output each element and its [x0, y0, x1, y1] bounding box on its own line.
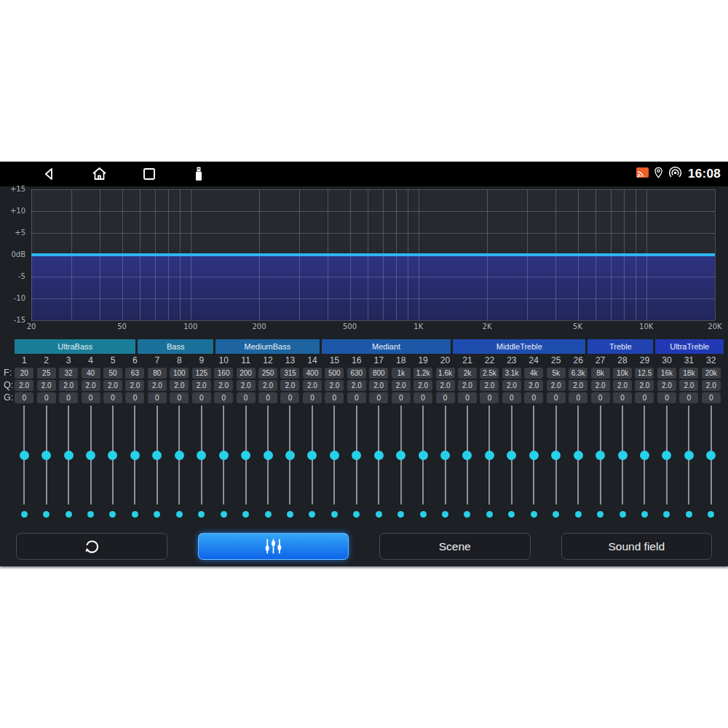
slider-knob[interactable]	[374, 451, 384, 460]
f-value-chip: 2k	[458, 368, 477, 379]
gain-slider[interactable]	[146, 405, 168, 505]
gain-slider[interactable]	[523, 405, 545, 505]
f-value-chip: 5k	[547, 368, 566, 379]
gain-slider[interactable]	[323, 405, 345, 505]
slider-knob[interactable]	[684, 451, 694, 460]
band-dot	[641, 511, 648, 518]
band-number: 24	[529, 355, 539, 368]
g-value-chip: 0	[214, 392, 233, 403]
scene-button[interactable]: Scene	[379, 533, 531, 560]
slider-knob[interactable]	[108, 451, 117, 460]
band-dot	[531, 511, 537, 518]
gain-slider[interactable]	[434, 405, 456, 505]
equalizer-button[interactable]	[198, 533, 349, 560]
back-icon[interactable]	[41, 165, 58, 183]
y-tick-label: 0dB	[11, 250, 25, 258]
gain-slider[interactable]	[412, 405, 434, 505]
slider-knob[interactable]	[485, 451, 494, 460]
band-number: 19	[418, 355, 427, 368]
slider-knob[interactable]	[352, 451, 361, 460]
gain-slider[interactable]	[13, 405, 35, 505]
gain-slider[interactable]	[700, 405, 722, 505]
band-dot	[21, 511, 28, 518]
gain-slider[interactable]	[346, 405, 368, 505]
slider-knob[interactable]	[219, 451, 229, 460]
slider-knob[interactable]	[20, 451, 29, 460]
gain-slider[interactable]	[213, 405, 234, 505]
gain-slider[interactable]	[656, 405, 678, 505]
slider-knob[interactable]	[396, 451, 405, 460]
x-axis: 20501002005001K2K5K10K20K	[31, 323, 715, 333]
gain-slider[interactable]	[124, 405, 146, 505]
gain-slider[interactable]	[191, 405, 213, 505]
slider-knob[interactable]	[706, 451, 716, 460]
gain-slider[interactable]	[633, 405, 655, 505]
slider-knob[interactable]	[130, 451, 140, 460]
gain-slider[interactable]	[478, 405, 500, 505]
q-value-chip: 2.0	[591, 380, 610, 391]
slider-knob[interactable]	[662, 451, 671, 460]
gain-slider[interactable]	[168, 405, 190, 505]
slider-knob[interactable]	[86, 451, 95, 460]
grid-line-v	[715, 189, 716, 320]
band-column: 7802.00	[146, 355, 168, 518]
slider-knob[interactable]	[197, 451, 206, 460]
gain-slider[interactable]	[612, 405, 633, 505]
gain-slider[interactable]	[589, 405, 611, 505]
slider-knob[interactable]	[574, 451, 583, 460]
gain-slider[interactable]	[58, 405, 79, 505]
slider-knob[interactable]	[64, 451, 74, 460]
gain-slider[interactable]	[102, 405, 124, 505]
home-icon[interactable]	[90, 165, 108, 183]
band-number: 32	[706, 355, 716, 368]
band-group-middletreble: MiddleTreble	[453, 339, 585, 354]
slider-knob[interactable]	[507, 451, 516, 460]
gain-slider[interactable]	[279, 405, 301, 505]
slider-knob[interactable]	[618, 451, 628, 460]
gain-slider[interactable]	[301, 405, 323, 505]
gain-slider[interactable]	[456, 405, 478, 505]
slider-knob[interactable]	[640, 451, 649, 460]
slider-knob[interactable]	[330, 451, 339, 460]
slider-knob[interactable]	[175, 451, 184, 460]
band-column: 91252.00	[191, 355, 213, 518]
slider-knob[interactable]	[41, 451, 51, 460]
q-value-chip: 2.0	[392, 380, 411, 391]
gain-slider[interactable]	[35, 405, 57, 505]
recents-icon[interactable]	[141, 165, 158, 183]
band-number: 5	[111, 355, 116, 368]
band-group-label: Mediant	[372, 342, 400, 351]
band-column: 81002.00	[168, 355, 190, 518]
gain-slider[interactable]	[501, 405, 523, 505]
slider-knob[interactable]	[462, 451, 472, 460]
slider-knob[interactable]	[419, 451, 428, 460]
slider-knob[interactable]	[241, 451, 250, 460]
band-group-treble: Treble	[587, 339, 653, 354]
slider-knob[interactable]	[285, 451, 295, 460]
band-column: 244k2.00	[523, 355, 545, 518]
gain-slider[interactable]	[567, 405, 589, 505]
g-value-chip: 0	[392, 392, 411, 403]
reset-button[interactable]	[16, 533, 167, 560]
band-group-label: MediumBass	[245, 342, 291, 351]
gain-slider[interactable]	[545, 405, 567, 505]
gain-slider[interactable]	[257, 405, 279, 505]
slider-knob[interactable]	[596, 451, 605, 460]
q-value-chip: 2.0	[702, 380, 721, 391]
slider-knob[interactable]	[264, 451, 273, 460]
slider-knob[interactable]	[529, 451, 539, 460]
slider-knob[interactable]	[440, 451, 450, 460]
gain-slider[interactable]	[678, 405, 700, 505]
slider-knob[interactable]	[307, 451, 317, 460]
g-value-chip: 0	[125, 392, 144, 403]
gain-slider[interactable]	[368, 405, 389, 505]
band-dot	[464, 511, 470, 518]
f-value-chip: 6.3k	[569, 368, 587, 379]
gain-slider[interactable]	[234, 405, 256, 505]
slider-knob[interactable]	[152, 451, 162, 460]
eq-fill	[31, 255, 715, 320]
gain-slider[interactable]	[389, 405, 411, 505]
gain-slider[interactable]	[79, 405, 101, 505]
sound-field-button[interactable]: Sound field	[561, 533, 713, 560]
slider-knob[interactable]	[551, 451, 561, 460]
